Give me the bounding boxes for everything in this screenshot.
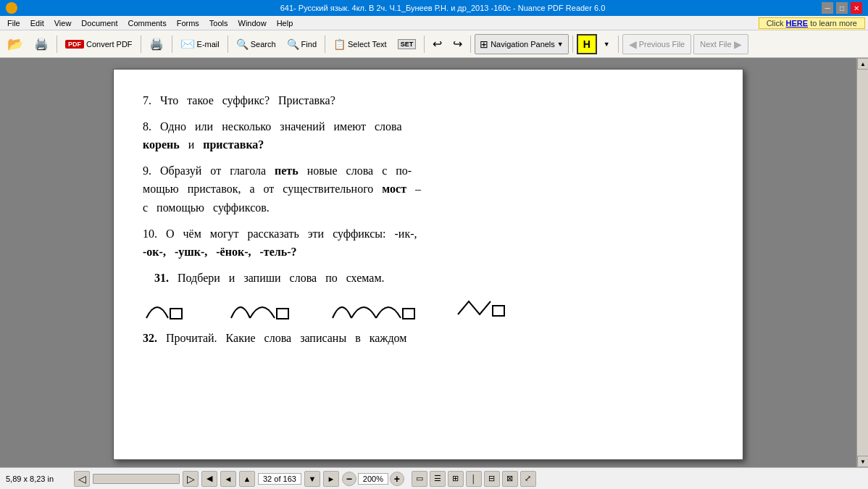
maximize-button[interactable]: □: [836, 2, 848, 14]
view-single-button[interactable]: ▭: [412, 471, 427, 487]
nav-down-button[interactable]: ▼: [304, 471, 320, 487]
select-icon: 📋: [333, 38, 346, 50]
separator-1: [57, 35, 57, 53]
highlight-button[interactable]: H: [577, 34, 597, 54]
pdf-item-7: 7. Что такое суффикс? Приставка?: [143, 91, 714, 110]
email-label: E-mail: [197, 40, 220, 49]
zoom-out-button[interactable]: −: [342, 472, 356, 486]
separator-9: [618, 35, 619, 53]
highlight-label: H: [583, 38, 591, 50]
nav-prev-button[interactable]: ◄: [220, 471, 236, 487]
scroll-up-button[interactable]: ▲: [857, 58, 868, 70]
toolbar: 📂 🖨️ PDF Convert PDF 🖨️ ✉️ E-mail 🔍 Sear…: [0, 30, 868, 58]
scroll-track[interactable]: [857, 70, 868, 456]
open-icon: 📂: [7, 36, 23, 52]
print2-icon: 🖨️: [149, 37, 164, 51]
prev-file-icon: ◀: [629, 38, 637, 50]
nav-up-button[interactable]: ▲: [239, 471, 255, 487]
view-continuous-button[interactable]: ☰: [430, 471, 446, 487]
select-button[interactable]: 📋 Select Text: [329, 33, 391, 55]
minimize-button[interactable]: ─: [822, 2, 833, 14]
svg-rect-2: [403, 309, 414, 319]
convert-label: Convert PDF: [86, 40, 133, 49]
nav-first-button[interactable]: ◀: [201, 471, 217, 487]
prev-file-label: Previous File: [639, 40, 685, 49]
right-scrollbar[interactable]: ▲ ▼: [856, 58, 868, 467]
view-separator-button[interactable]: │: [466, 471, 482, 487]
menu-file[interactable]: File: [3, 18, 25, 28]
svg-rect-0: [170, 309, 182, 319]
select-label: Select Text: [348, 40, 387, 49]
email-icon: ✉️: [180, 37, 195, 51]
pdf-container[interactable]: 7. Что такое суффикс? Приставка? 8. Одно…: [0, 58, 856, 467]
ad-here-link[interactable]: HERE: [786, 19, 809, 28]
nav-panels-icon: ⊞: [480, 38, 488, 50]
search-icon: 🔍: [236, 38, 249, 50]
nav-next-button[interactable]: ►: [323, 471, 339, 487]
svg-rect-1: [277, 309, 288, 319]
menu-window[interactable]: Window: [234, 18, 271, 28]
separator-4: [228, 35, 228, 53]
pdf-item-32: 32. Прочитай. Какие слова записаны в каж…: [143, 329, 714, 348]
scroll-left-button[interactable]: ◁: [74, 471, 90, 487]
next-file-button[interactable]: Next File ▶: [693, 34, 748, 54]
navigation-panels-button[interactable]: ⊞ Navigation Panels ▼: [475, 34, 569, 54]
separator-2: [141, 35, 141, 53]
print2-button[interactable]: 🖨️: [145, 33, 168, 55]
schema-shape-4: [454, 293, 519, 322]
set-button[interactable]: SET: [393, 33, 421, 55]
nav-panels-arrow-icon: ▼: [557, 41, 564, 48]
open-button[interactable]: 📂: [3, 33, 28, 55]
menu-view[interactable]: View: [50, 18, 76, 28]
pdf-item-8: 8. Одно или несколько значений имеют сло…: [143, 117, 714, 154]
view-layout2-button[interactable]: ⊠: [502, 471, 518, 487]
view-fullscreen-button[interactable]: ⤢: [520, 471, 536, 487]
find-icon: 🔍: [287, 38, 299, 50]
zoom-control: − 200% +: [342, 472, 404, 486]
next-file-label: Next File: [700, 40, 731, 49]
schema-shape-1: [143, 293, 201, 322]
separator-3: [172, 35, 172, 53]
zoom-value: 200%: [358, 473, 388, 485]
nav-panels-label: Navigation Panels: [491, 40, 555, 49]
highlight-arrow-icon: ▼: [604, 41, 610, 48]
horizontal-scrollbar[interactable]: [93, 474, 180, 484]
menu-tools[interactable]: Tools: [205, 18, 233, 28]
view-facing-button[interactable]: ⊞: [448, 471, 464, 487]
close-button[interactable]: ✕: [851, 2, 862, 14]
menu-comments[interactable]: Comments: [124, 18, 171, 28]
previous-file-button[interactable]: ◀ Previous File: [622, 34, 692, 54]
set-icon: SET: [398, 39, 417, 49]
pdf-item-9: 9. Образуй от глагола петь новые слова с…: [143, 162, 714, 217]
convert-icon: PDF: [65, 40, 84, 49]
scroll-down-button[interactable]: ▼: [857, 456, 868, 467]
undo-icon: ↩: [433, 37, 442, 51]
redo-icon: ↪: [453, 37, 462, 51]
page-nav: ◀ ◄ ▲ 32 of 163 ▼ ►: [201, 471, 339, 487]
separator-8: [572, 35, 573, 53]
pdf-item-31: 31. Подбери и запиши слова по схемам.: [143, 269, 714, 322]
schema-shapes: [143, 293, 714, 322]
email-button[interactable]: ✉️ E-mail: [176, 33, 224, 55]
menu-help[interactable]: Help: [272, 18, 298, 28]
separator-6: [424, 35, 425, 53]
ad-banner: Click HERE to learn more: [759, 17, 865, 29]
convert-pdf-button[interactable]: PDF Convert PDF: [61, 33, 137, 55]
menu-forms[interactable]: Forms: [172, 18, 204, 28]
print-button[interactable]: 🖨️: [30, 33, 53, 55]
window-title: 641- Русский язык. 4кл. В 2ч. Ч.1_Бунеев…: [64, 4, 822, 12]
highlight-arrow-button[interactable]: ▼: [599, 33, 614, 55]
zoom-in-button[interactable]: +: [390, 472, 404, 486]
find-button[interactable]: 🔍 Find: [283, 33, 321, 55]
redo-button[interactable]: ↪: [448, 33, 467, 55]
view-layout1-button[interactable]: ⊟: [484, 471, 500, 487]
pdf-item-10: 10. О чём могут рассказать эти суффиксы:…: [143, 225, 714, 262]
undo-button[interactable]: ↩: [428, 33, 446, 55]
title-bar: 641- Русский язык. 4кл. В 2ч. Ч.1_Бунеев…: [0, 0, 868, 16]
menu-document[interactable]: Document: [77, 18, 122, 28]
search-button[interactable]: 🔍 Search: [232, 33, 280, 55]
menu-edit[interactable]: Edit: [26, 18, 49, 28]
schema-shape-3: [331, 293, 425, 322]
scroll-right-button[interactable]: ▷: [183, 471, 199, 487]
pdf-page: 7. Что такое суффикс? Приставка? 8. Одно…: [113, 69, 743, 460]
